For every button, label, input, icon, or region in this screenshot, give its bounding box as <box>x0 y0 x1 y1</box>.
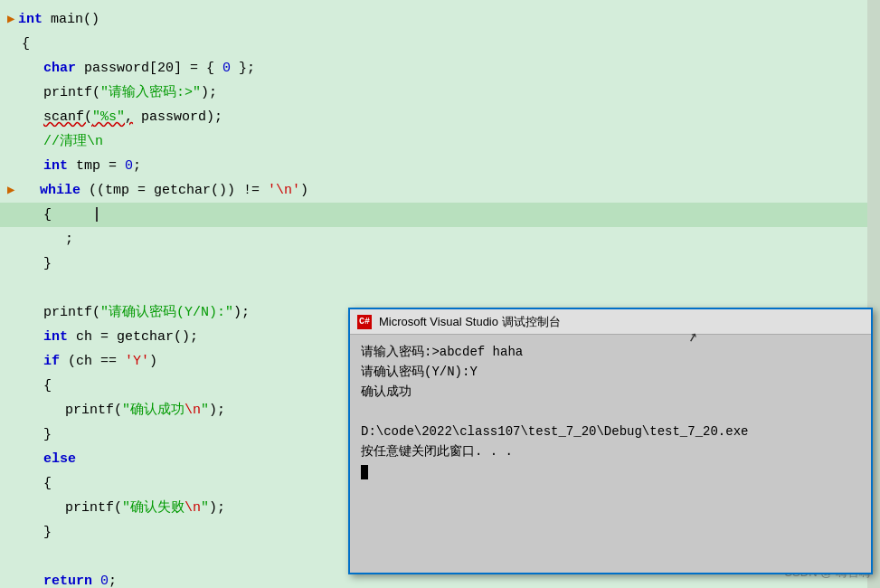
code-text-5: scanf("%s", password); <box>22 105 880 129</box>
code-text-6: //清理\n <box>22 129 880 154</box>
console-body: 请输入密码:>abcdef haha 请确认密码(Y/N):Y 确认成功 D:\… <box>350 335 871 573</box>
console-window[interactable]: C# Microsoft Visual Studio 调试控制台 请输入密码:>… <box>348 308 873 574</box>
code-line-10: ; <box>0 227 880 251</box>
vs-icon: C# <box>357 315 372 329</box>
code-text-8: while ((tmp = getchar()) != '\n') <box>18 178 880 203</box>
console-line-2: 请确认密码(Y/N):Y <box>361 362 860 382</box>
console-title: Microsoft Visual Studio 调试控制台 <box>379 314 864 330</box>
code-text-9: { <box>22 203 880 227</box>
console-line-5: D:\code\2022\class107\test_7_20\Debug\te… <box>361 422 860 441</box>
console-prompt <box>361 465 368 479</box>
breakpoint-8: ▶ <box>7 178 16 203</box>
console-titlebar: C# Microsoft Visual Studio 调试控制台 <box>350 309 871 335</box>
breakpoint-1: ▶ <box>7 7 16 32</box>
code-line-6: //清理\n <box>0 129 880 154</box>
code-line-3: char password[20] = { 0 }; <box>0 56 880 81</box>
code-text-10: ; <box>22 227 880 251</box>
code-line-5: scanf("%s", password); <box>0 105 880 129</box>
code-editor: ▶ int main() { char password[20] = { 0 }… <box>0 0 880 588</box>
console-line-6: 按任意键关闭此窗口. . . <box>361 441 860 461</box>
code-text-1: int main() <box>18 7 880 32</box>
console-cursor-line <box>361 461 860 481</box>
console-line-1: 请输入密码:>abcdef haha <box>361 342 860 362</box>
code-line-8: ▶ while ((tmp = getchar()) != '\n') <box>0 178 880 203</box>
code-text-11: } <box>22 251 880 276</box>
code-line-2: { <box>0 32 880 56</box>
code-line-1: ▶ int main() <box>0 7 880 32</box>
code-text-2: { <box>22 32 880 56</box>
code-line-4: printf("请输入密码:>"); <box>0 81 880 105</box>
console-line-4 <box>361 402 860 422</box>
code-line-7: int tmp = 0; <box>0 154 880 178</box>
code-line-12 <box>0 276 880 300</box>
code-text-7: int tmp = 0; <box>22 154 880 178</box>
code-text-4: printf("请输入密码:>"); <box>22 81 880 105</box>
code-text-3: char password[20] = { 0 }; <box>22 56 880 81</box>
code-line-9: { <box>0 203 880 227</box>
code-line-11: } <box>0 251 880 276</box>
console-line-3: 确认成功 <box>361 382 860 402</box>
